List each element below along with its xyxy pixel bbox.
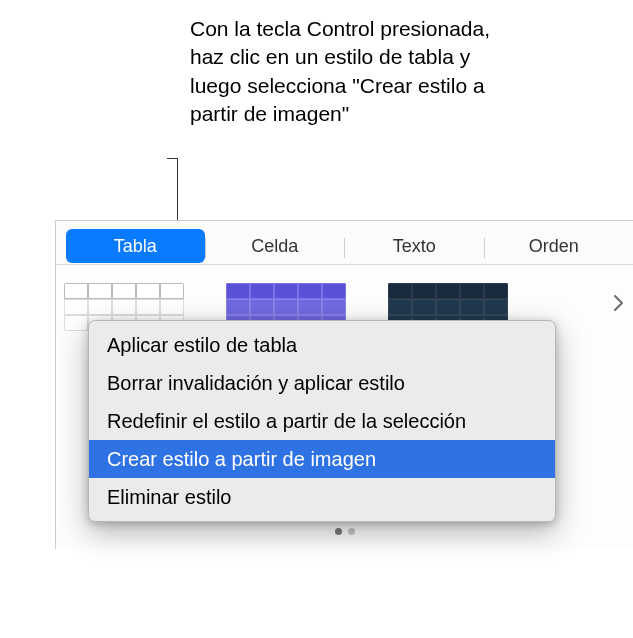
pager-dot[interactable] xyxy=(348,528,355,535)
styles-pager xyxy=(56,528,633,549)
pager-dot[interactable] xyxy=(335,528,342,535)
tab-texto[interactable]: Texto xyxy=(345,229,484,263)
context-menu: Aplicar estilo de tabla Borrar invalidac… xyxy=(88,320,556,522)
next-styles-button[interactable] xyxy=(607,289,629,317)
chevron-right-icon xyxy=(613,294,624,312)
tab-orden[interactable]: Orden xyxy=(485,229,624,263)
callout-text: Con la tecla Control presionada, haz cli… xyxy=(190,15,520,128)
menu-item-delete-style[interactable]: Eliminar estilo xyxy=(89,478,555,516)
menu-item-clear-override[interactable]: Borrar invalidación y aplicar estilo xyxy=(89,364,555,402)
tab-celda[interactable]: Celda xyxy=(206,229,345,263)
tab-tabla[interactable]: Tabla xyxy=(66,229,205,263)
menu-item-apply-style[interactable]: Aplicar estilo de tabla xyxy=(89,326,555,364)
menu-item-create-style-from-image[interactable]: Crear estilo a partir de imagen xyxy=(89,440,555,478)
tab-bar: Tabla Celda Texto Orden xyxy=(56,221,633,265)
menu-item-redefine-style[interactable]: Redefinir el estilo a partir de la selec… xyxy=(89,402,555,440)
